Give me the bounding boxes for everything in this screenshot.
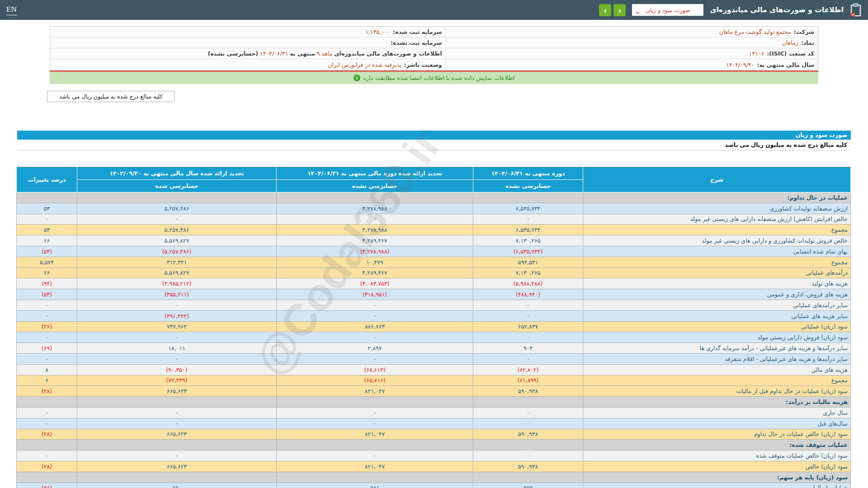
cell-value: ۰ — [373, 420, 377, 427]
section-row: سود (زیان) پایه هر سهم: — [17, 472, 851, 483]
cell-percent-change — [17, 397, 77, 408]
cell-percent-change: ۶ — [17, 375, 77, 386]
statement-title-bar: صورت سود و زیان — [17, 131, 851, 140]
info-value: ۱,۱۳۵,۰۰۰ — [365, 28, 390, 35]
row-label: سود (زیان) عملیات در حال تداوم قبل از ما… — [583, 386, 851, 397]
cell-value: ۵۹۰,۹۳۸ — [518, 463, 538, 470]
cell-value: ۰ — [373, 313, 377, 319]
cell-restated-year: ۳۱۲,۳۴۱ — [77, 257, 277, 267]
cell-current-period: ۰ — [473, 214, 583, 225]
cell-restated-year: (۴۵۵,۲۱۱) — [77, 289, 277, 300]
row-label: عملیاتی (ریال) — [583, 483, 851, 488]
cell-percent-change: ۰ — [17, 450, 77, 461]
cell-percent-change: (۲۸) — [17, 461, 77, 472]
cell-value: ۷,۱۳۰,۲۶۵ — [516, 269, 541, 276]
cell-percent-change: (۲۸) — [17, 429, 77, 440]
cell-value: (۴۸۸,۹۴۰) — [516, 291, 540, 298]
cell-value: ۵,۲۵۷,۴۸۶ — [165, 226, 189, 233]
cell-value: (۴,۲۷۸,۹۸۸) — [360, 248, 390, 255]
cell-value: ۰ — [175, 409, 179, 416]
header-restated-year: تجدید ارائه شده سال مالی منتهی به ۱۴۰۳/۰… — [77, 167, 277, 180]
cell-restated-period: ۴,۲۸۹,۴۶۷ — [277, 267, 473, 278]
statement-select[interactable]: صورت سود و زیان — [632, 4, 703, 16]
cell-current-period: ۷,۱۳۰,۲۶۵ — [473, 235, 583, 246]
cell-value: ۰ — [45, 420, 48, 427]
table-row: سود (زیان) عملیات در حال تداوم قبل از ما… — [17, 386, 851, 397]
info-label: سرمایه ثبت شده: — [393, 28, 442, 35]
cell-value: (۶۵,۷۱۶) — [364, 377, 385, 384]
info-label: شرکت: — [793, 28, 814, 35]
cell-value: ۰ — [527, 302, 530, 309]
statement-unit-note: کلیه مبالغ درج شده به میلیون ریال می باش… — [17, 140, 851, 150]
cell-restated-period: ۸۲۱,۰۴۷ — [277, 386, 473, 397]
cell-current-period: (۶,۵۳۵,۷۳۴) — [473, 246, 583, 257]
cell-current-period: (۶۱,۸۹۹) — [473, 375, 583, 386]
header-description: شرح — [583, 167, 851, 192]
cell-value: ۷,۱۳۰,۲۶۵ — [516, 237, 541, 244]
cell-current-period: ۵۹۰,۹۳۸ — [473, 429, 583, 440]
row-label: سود (زیان) فروش دارایی زیستی مولد — [583, 332, 851, 343]
cell-percent-change: ۶۶ — [17, 235, 77, 246]
cell-value: ۵,۵۶۹,۸۲۷ — [165, 237, 189, 244]
info-icon: i — [354, 75, 360, 81]
cell-restated-year: ۰ — [77, 407, 277, 418]
signature-match-banner: اطلاعات نمایش داده شده با اطلاعات امضا ش… — [50, 72, 818, 84]
table-row: هزینه های مالی(۶۲,۸۰۲)(۶۸,۶۱۳)(۹۰,۳۵۰)۸ — [17, 364, 851, 375]
cell-current-period: ۵۹۰,۹۳۸ — [473, 461, 583, 472]
cell-value: (۹۰,۳۵۰) — [166, 366, 187, 373]
cell-restated-year: ۵,۵۶۹,۸۲۷ — [77, 235, 277, 246]
table-row: مجموع۵۹۴,۵۳۱۱۰,۴۷۹۳۱۲,۳۴۱۵,۵۷۴ — [17, 257, 851, 267]
info-value: زماهان — [782, 39, 798, 46]
cell-restated-year: (۷۲,۳۳۹) — [77, 375, 277, 386]
cell-value: ۰ — [175, 452, 179, 459]
cell-value: ۰ — [527, 420, 530, 427]
cell-percent-change: ۸ — [17, 364, 77, 375]
table-row: خالص افزایش (کاهش) ارزش منصفانه دارایی ه… — [17, 214, 851, 225]
language-en-link[interactable]: EN — [6, 5, 17, 15]
info-value: پذیرفته شده در فرابورس ایران — [328, 61, 401, 68]
info-label: کد صنعت (ISIC): — [767, 50, 814, 57]
header-current-period: دوره منتهی به ۱۴۰۴/۰۶/۳۱ — [473, 167, 583, 180]
cell-current-period: ۰ — [473, 407, 583, 418]
cell-restated-year: ۶۶۵,۶۲۳ — [77, 429, 277, 440]
cell-restated-year: ۶۵۰ — [77, 483, 277, 488]
cell-value: ۰ — [373, 452, 377, 459]
cell-percent-change — [17, 192, 77, 203]
table-row: مجموع۶,۵۳۵,۷۳۴۴,۲۷۸,۹۸۸۵,۲۵۷,۴۸۶۵۳ — [17, 225, 851, 235]
cell-value: ۴,۲۸۹,۴۶۷ — [363, 237, 387, 244]
row-label: مجموع — [583, 375, 851, 386]
chevron-down-icon — [636, 8, 640, 12]
header-current-period-audit: حسابرسی نشده — [473, 180, 583, 192]
cell-restated-year: ۶۶۵,۶۲۳ — [77, 386, 277, 397]
cell-percent-change: ۵,۵۷۴ — [17, 257, 77, 267]
row-label: خالص افزایش (کاهش) ارزش منصفانه دارایی ه… — [583, 214, 851, 225]
cell-value: (۵۳) — [42, 291, 52, 298]
company-info-row-left: وضعیت ناشر:پذیرفته شده در فرابورس ایران — [50, 59, 445, 70]
table-row: مجموع(۶۱,۸۹۹)(۶۵,۷۱۶)(۷۲,۳۳۹)۶ — [17, 375, 851, 386]
amounts-unit-box: کلیه مبالغ درج شده به میلیون ریال می باش… — [47, 91, 175, 102]
cell-value: ۴,۲۷۸,۹۸۸ — [363, 205, 387, 212]
cell-current-period: ۶,۵۳۵,۷۳۴ — [473, 225, 583, 235]
cell-value: ۵۹۰,۹۳۸ — [518, 388, 538, 394]
cell-value: ۵۳ — [44, 205, 50, 212]
cell-restated-period: ۰ — [277, 300, 473, 310]
header-percent-change: درصد تغییرات — [17, 167, 77, 192]
header-restated-period-audit: حسابرسی نشده — [277, 180, 473, 192]
company-info-row-left: سرمایه ثبت شده:۱,۱۳۵,۰۰۰ — [50, 27, 445, 38]
cell-percent-change — [17, 440, 77, 450]
table-row: ارزش منصفانه تولیدات کشاورزی۶,۵۳۵,۷۳۴۴,۲… — [17, 203, 851, 214]
nav-next-button[interactable]: › — [599, 4, 611, 16]
company-info-table: شرکت:مجتمع تولید گوشت مرغ ماهانسرمایه ثب… — [50, 26, 818, 70]
cell-current-period: ۰ — [473, 418, 583, 429]
cell-value: ۵,۵۷۴ — [40, 259, 54, 266]
cell-percent-change: ۰ — [17, 407, 77, 418]
cell-value: ۰ — [45, 334, 48, 341]
table-row: خالص فروش تولیدات کشاورزی و دارایی های ز… — [17, 235, 851, 246]
cell-current-period: ۵۹۴,۵۳۱ — [473, 257, 583, 267]
row-label: سود (زیان) خالص عملیات متوقف شده — [583, 450, 851, 461]
cell-current-period — [473, 472, 583, 483]
cell-percent-change: ۰ — [17, 300, 77, 310]
nav-previous-button[interactable]: ‹ — [613, 4, 626, 16]
row-label: هزینه مالیات بر درآمد: — [583, 397, 851, 408]
cell-value: ۶۶ — [44, 269, 50, 276]
